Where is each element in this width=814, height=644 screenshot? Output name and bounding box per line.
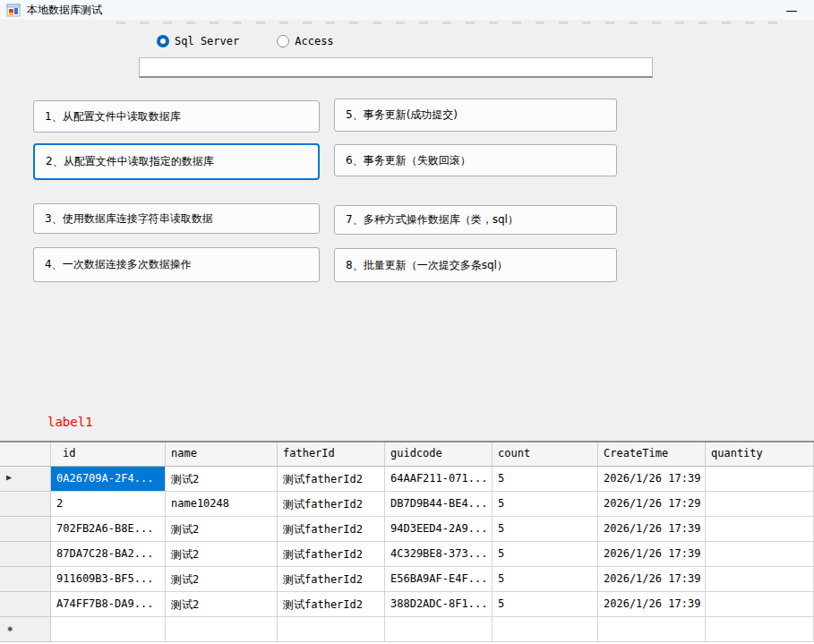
- table-row: ▶ 0A26709A-2F4... 测试2 测试fatherId2 64AAF2…: [0, 467, 814, 492]
- grid-cell[interactable]: 测试fatherId2: [278, 492, 385, 517]
- grid-cell[interactable]: 2: [51, 492, 166, 517]
- column-header-count[interactable]: count: [493, 442, 598, 467]
- row-selector[interactable]: [0, 592, 51, 617]
- table-row: 702FB2A6-B8E... 测试2 测试fatherId2 94D3EED4…: [0, 517, 814, 542]
- grid-cell[interactable]: name10248: [166, 492, 278, 517]
- grid-cell[interactable]: [51, 617, 166, 642]
- grid-cell[interactable]: [706, 467, 814, 492]
- grid-cell[interactable]: 2026/1/26 17:39: [598, 592, 706, 617]
- grid-cell[interactable]: E56BA9AF-E4F...: [385, 567, 493, 592]
- column-header-id[interactable]: id: [51, 442, 166, 467]
- row-selector[interactable]: [0, 492, 51, 517]
- radio-sql-server-label: Sql Server: [175, 35, 239, 47]
- grid-cell[interactable]: [598, 617, 706, 642]
- button-multi-method-ops[interactable]: 7、多种方式操作数据库（类，sql）: [334, 205, 617, 235]
- grid-cell[interactable]: [385, 617, 493, 642]
- grid-cell[interactable]: 2026/1/26 17:39: [598, 517, 706, 542]
- grid-cell[interactable]: [706, 617, 814, 642]
- table-row: 87DA7C28-BA2... 测试2 测试fatherId2 4C329BE8…: [0, 542, 814, 567]
- grid-cell[interactable]: 测试fatherId2: [278, 467, 385, 492]
- grid-cell[interactable]: [278, 617, 385, 642]
- row-selector[interactable]: [0, 567, 51, 592]
- grid-cell[interactable]: [706, 517, 814, 542]
- grid-cell[interactable]: [706, 542, 814, 567]
- column-header-createtime[interactable]: CreateTime: [598, 442, 706, 467]
- grid-cell[interactable]: 5: [493, 542, 598, 567]
- grid-cell[interactable]: 2026/1/26 17:39: [598, 567, 706, 592]
- grid-cell[interactable]: [706, 492, 814, 517]
- button-transaction-rollback[interactable]: 6、事务更新（失败回滚）: [334, 144, 617, 176]
- grid-cell[interactable]: A74FF7B8-DA9...: [51, 592, 166, 617]
- grid-cell[interactable]: 测试2: [166, 517, 278, 542]
- window-title: 本地数据库测试: [27, 3, 102, 18]
- grid-cell[interactable]: [706, 592, 814, 617]
- grid-cell[interactable]: 2026/1/26 17:39: [598, 542, 706, 567]
- grid-cell[interactable]: 测试2: [166, 542, 278, 567]
- label1-text: label1: [47, 415, 93, 429]
- radio-sql-server[interactable]: Sql Server: [157, 35, 239, 47]
- grid-corner-header[interactable]: [0, 442, 51, 467]
- row-selector[interactable]: ✱: [0, 617, 51, 642]
- column-header-guidcode[interactable]: guidcode: [385, 442, 493, 467]
- connection-string-input[interactable]: [139, 57, 653, 78]
- grid-cell[interactable]: 94D3EED4-2A9...: [385, 517, 493, 542]
- data-grid: id name fatherId guidcode count CreateTi…: [0, 441, 814, 644]
- grid-cell[interactable]: 87DA7C28-BA2...: [51, 542, 166, 567]
- grid-cell[interactable]: [166, 617, 278, 642]
- grid-header-row: id name fatherId guidcode count CreateTi…: [0, 442, 814, 467]
- button-transaction-commit[interactable]: 5、事务更新(成功提交): [334, 99, 617, 132]
- grid-cell[interactable]: [706, 567, 814, 592]
- table-row: A74FF7B8-DA9... 测试2 测试fatherId2 388D2ADC…: [0, 592, 814, 617]
- grid-cell[interactable]: 测试fatherId2: [278, 567, 385, 592]
- button-read-specified-config-db[interactable]: 2、从配置文件中读取指定的数据库: [33, 143, 320, 180]
- grid-cell[interactable]: [493, 617, 598, 642]
- grid-cell[interactable]: 测试fatherId2: [278, 517, 385, 542]
- new-row-asterisk-icon: ✱: [7, 624, 13, 633]
- row-selector[interactable]: ▶: [0, 467, 51, 492]
- grid-cell[interactable]: 测试2: [166, 467, 278, 492]
- grid-cell[interactable]: 测试fatherId2: [278, 542, 385, 567]
- column-header-fatherid[interactable]: fatherId: [278, 442, 385, 467]
- db-type-radio-group: Sql Server Access: [157, 34, 372, 48]
- grid-cell[interactable]: 4C329BE8-373...: [385, 542, 493, 567]
- column-header-quantity[interactable]: quantity: [706, 442, 814, 467]
- row-selector[interactable]: [0, 517, 51, 542]
- grid-cell-selected[interactable]: 0A26709A-2F4...: [51, 467, 166, 492]
- grid-cell[interactable]: 5: [493, 492, 598, 517]
- grid-cell[interactable]: 5: [493, 517, 598, 542]
- grid-cell[interactable]: 388D2ADC-8F1...: [385, 592, 493, 617]
- background-artifact: [116, 21, 779, 24]
- column-header-name[interactable]: name: [166, 442, 278, 467]
- current-row-arrow-icon: ▶: [6, 473, 12, 482]
- app-icon: [6, 4, 21, 17]
- grid-cell[interactable]: 2026/1/26 17:29: [598, 492, 706, 517]
- radio-selected-icon: [157, 35, 169, 47]
- grid-cell[interactable]: 5: [493, 592, 598, 617]
- grid-cell[interactable]: 702FB2A6-B8E...: [51, 517, 166, 542]
- grid-cell[interactable]: DB7D9B44-BE4...: [385, 492, 493, 517]
- grid-cell[interactable]: 911609B3-BF5...: [51, 567, 166, 592]
- grid-cell[interactable]: 测试2: [166, 567, 278, 592]
- button-read-via-connection-string[interactable]: 3、使用数据库连接字符串读取数据: [33, 203, 320, 234]
- row-selector[interactable]: [0, 542, 51, 567]
- minimize-button[interactable]: —: [776, 0, 807, 20]
- button-batch-update[interactable]: 8、批量更新（一次提交多条sql）: [334, 248, 617, 282]
- button-read-config-db[interactable]: 1、从配置文件中读取数据库: [33, 100, 320, 133]
- table-row: 2 name10248 测试fatherId2 DB7D9B44-BE4... …: [0, 492, 814, 517]
- radio-access[interactable]: Access: [277, 35, 333, 47]
- button-multi-ops-one-connection[interactable]: 4、一次数据连接多次数据操作: [33, 247, 320, 282]
- table-row-new: ✱: [0, 617, 814, 642]
- table-row: 911609B3-BF5... 测试2 测试fatherId2 E56BA9AF…: [0, 567, 814, 592]
- radio-unselected-icon: [277, 35, 289, 47]
- grid-cell[interactable]: 2026/1/26 17:39: [598, 467, 706, 492]
- grid-cell[interactable]: 测试fatherId2: [278, 592, 385, 617]
- radio-access-label: Access: [295, 35, 333, 47]
- grid-cell[interactable]: 测试2: [166, 592, 278, 617]
- grid-cell[interactable]: 5: [493, 567, 598, 592]
- grid-cell[interactable]: 64AAF211-071...: [385, 467, 493, 492]
- window-titlebar: 本地数据库测试: [0, 0, 814, 20]
- grid-cell[interactable]: 5: [493, 467, 598, 492]
